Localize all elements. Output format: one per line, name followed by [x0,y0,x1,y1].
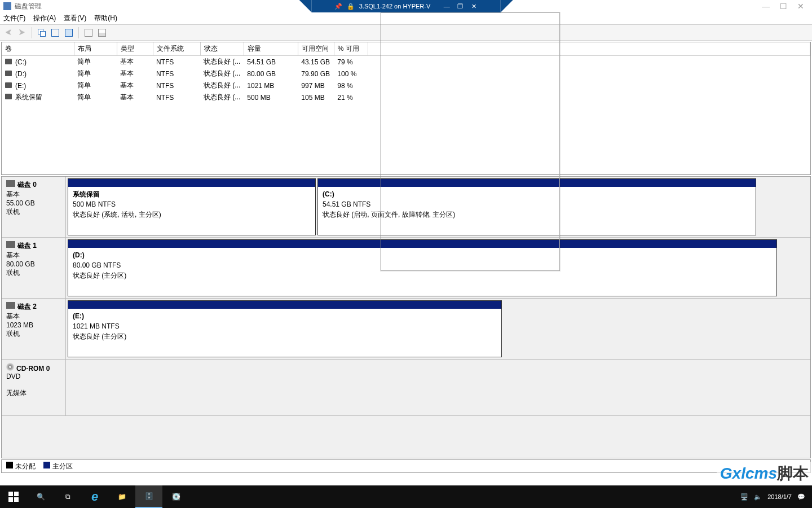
outer-minimize-icon[interactable]: — [762,2,770,11]
hv-restore-icon[interactable]: ❐ [456,2,464,10]
disk-header: 磁盘 2基本1023 MB联机 [2,299,66,359]
settings-button[interactable] [82,27,95,39]
outer-close-icon[interactable]: ✕ [797,2,804,11]
start-button[interactable] [0,485,27,508]
system-tray[interactable]: 🖥️ 🔈 2018/1/7 💬 [740,493,812,501]
menubar: 文件(F) 操作(A) 查看(V) 帮助(H) [0,12,812,25]
explorer-icon[interactable]: 📁 [108,485,135,508]
nav-forward-button[interactable]: ⮞ [16,27,28,39]
svg-rect-1 [14,492,19,496]
hv-close-icon[interactable]: ✕ [470,2,478,10]
nav-back-button[interactable]: ⮜ [2,27,15,39]
col-capacity[interactable]: 容量 [244,42,298,56]
table-row[interactable]: (D:)简单基本NTFS状态良好 (...80.00 GB79.90 GB100… [2,68,810,80]
search-icon[interactable]: 🔍 [27,485,54,508]
taskbar[interactable]: 🔍 ⧉ e 📁 🗄️ 💽 🖥️ 🔈 2018/1/7 💬 [0,485,812,508]
legend-unallocated: 未分配 [15,462,36,470]
hyperv-title: 3.SQL1-242 on HYPER-V [359,3,431,10]
lock-icon[interactable]: 🔒 [347,2,355,10]
outer-window-controls: — ☐ ✕ [754,0,812,12]
task-view-icon[interactable]: ⧉ [54,485,81,508]
table-row[interactable]: 系统保留简单基本NTFS状态良好 (...500 MB105 MB21 % [2,91,810,103]
sound-icon[interactable]: 🔈 [754,493,762,501]
svg-rect-2 [8,497,13,502]
server-manager-icon[interactable]: 🗄️ [135,485,162,508]
watermark: Gxlcms脚本 [717,462,812,485]
legend-primary: 主分区 [52,462,73,470]
menu-action[interactable]: 操作(A) [33,14,56,23]
legend: 未分配 主分区 [1,459,811,473]
partition[interactable]: (D:)80.00 GB NTFS状态良好 (主分区) [68,239,777,296]
col-pctfree[interactable]: % 可用 [334,42,368,56]
disk-header: CD-ROM 0DVD 无媒体 [2,360,66,415]
col-free[interactable]: 可用空间 [298,42,334,56]
window-title: 磁盘管理 [15,2,42,11]
ie-icon[interactable]: e [81,485,108,508]
outer-maximize-icon[interactable]: ☐ [780,2,787,11]
volume-list[interactable]: 卷 布局 类型 文件系统 状态 容量 可用空间 % 可用 (C:)简单基本NTF… [1,42,811,175]
view-toggle-button[interactable] [36,27,48,39]
disk-header: 磁盘 1基本80.00 GB联机 [2,238,66,298]
notification-icon[interactable]: 💬 [797,493,805,501]
table-row[interactable]: (C:)简单基本NTFS状态良好 (...54.51 GB43.15 GB79 … [2,56,810,68]
partition[interactable]: 系统保留500 MB NTFS状态良好 (系统, 活动, 主分区) [68,178,316,235]
partition[interactable]: (E:)1021 MB NTFS状态良好 (主分区) [68,300,502,357]
col-layout[interactable]: 布局 [74,42,117,56]
disk-row[interactable]: 磁盘 0基本55.00 GB联机系统保留500 MB NTFS状态良好 (系统,… [2,177,810,238]
list-button[interactable] [96,27,108,39]
network-icon[interactable]: 🖥️ [740,493,748,501]
menu-file[interactable]: 文件(F) [3,14,25,23]
disk-header: 磁盘 0基本55.00 GB联机 [2,177,66,237]
hyperv-connection-bar[interactable]: 📌 🔒 3.SQL1-242 on HYPER-V — ❐ ✕ [312,0,501,12]
toolbar: ⮜ ⮞ [0,25,812,41]
svg-rect-3 [14,497,19,502]
disk-row[interactable]: CD-ROM 0DVD 无媒体 [2,360,810,416]
properties-button[interactable] [49,27,61,39]
col-volume[interactable]: 卷 [2,42,74,56]
col-filesystem[interactable]: 文件系统 [153,42,200,56]
col-status[interactable]: 状态 [200,42,244,56]
pin-icon[interactable]: 📌 [334,2,342,10]
menu-view[interactable]: 查看(V) [64,14,86,23]
table-row[interactable]: (E:)简单基本NTFS状态良好 (...1021 MB997 MB98 % [2,80,810,91]
disk-row[interactable]: 磁盘 1基本80.00 GB联机(D:)80.00 GB NTFS状态良好 (主… [2,238,810,299]
disk-row[interactable]: 磁盘 2基本1023 MB联机(E:)1021 MB NTFS状态良好 (主分区… [2,299,810,360]
app-icon [3,2,11,10]
hv-minimize-icon[interactable]: — [443,2,451,10]
tray-date: 2018/1/7 [767,493,792,500]
svg-rect-0 [8,492,13,496]
disk-mgmt-icon[interactable]: 💽 [162,485,189,508]
disk-graphical-view[interactable]: 磁盘 0基本55.00 GB联机系统保留500 MB NTFS状态良好 (系统,… [1,176,811,458]
col-type[interactable]: 类型 [117,42,153,56]
partition[interactable]: (C:)54.51 GB NTFS状态良好 (启动, 页面文件, 故障转储, 主… [317,178,756,235]
help-button[interactable] [63,27,75,39]
menu-help[interactable]: 帮助(H) [94,14,117,23]
